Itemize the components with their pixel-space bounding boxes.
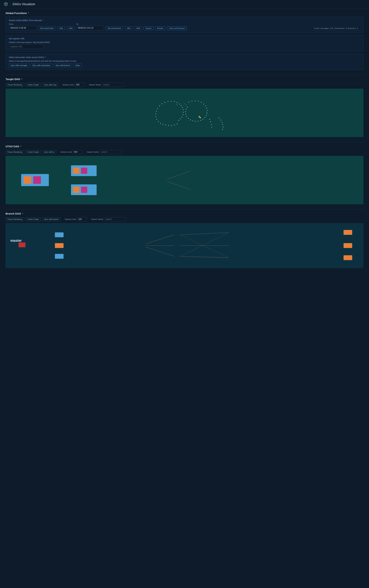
- utxo-sync-tx-btn[interactable]: Sync with tx: [42, 150, 56, 154]
- tangle-pause-rendering-btn[interactable]: Pause Rendering: [6, 83, 24, 87]
- tangle-search-vertex-label: Search Vertex: [89, 84, 101, 86]
- select-center-chevron[interactable]: ^: [45, 56, 46, 59]
- branch-node-blue-top: [55, 232, 63, 237]
- svg-point-61: [210, 121, 211, 122]
- utxo-dag-title: UTXO DAG ^: [6, 145, 363, 148]
- svg-point-69: [222, 124, 223, 125]
- svg-point-60: [209, 119, 210, 120]
- svg-point-57: [185, 111, 186, 112]
- utxo-search-input[interactable]: [100, 150, 122, 154]
- search-vertex-chevron[interactable]: ^: [43, 19, 44, 22]
- plus30-btn-2[interactable]: +30s: [134, 26, 142, 30]
- svg-line-84: [180, 235, 229, 258]
- branch-center-graph-btn[interactable]: Center Graph: [25, 217, 41, 221]
- svg-point-45: [206, 113, 207, 114]
- svg-point-13: [158, 121, 159, 122]
- svg-point-65: [200, 117, 201, 118]
- set-current-time-btn-1[interactable]: Set current time: [38, 26, 56, 30]
- tangle-sync-msg-btn[interactable]: Sync with msg: [42, 83, 58, 87]
- svg-point-56: [185, 114, 186, 115]
- svg-point-18: [168, 101, 168, 102]
- utxo-pause-rendering-btn[interactable]: Pause Rendering: [6, 150, 24, 154]
- svg-line-82: [146, 247, 174, 256]
- utxo-vertices-input[interactable]: [72, 150, 83, 154]
- sync-message-btn[interactable]: Sync with message: [9, 63, 29, 67]
- branch-search-input[interactable]: [104, 217, 126, 221]
- master-label: master: [10, 239, 22, 243]
- svg-line-6: [6, 4, 7, 5]
- svg-line-79: [180, 232, 229, 235]
- branch-dag-controls: Pause Rendering Center Graph Sync with b…: [6, 217, 363, 221]
- tangle-dag-chevron[interactable]: ^: [21, 78, 22, 80]
- branch-canvas[interactable]: master: [6, 223, 363, 268]
- branch-vertices-group: Vertices Limit: [65, 217, 87, 221]
- utxo-dag-section: UTXO DAG ^ Pause Rendering Center Graph …: [6, 145, 363, 204]
- svg-point-46: [206, 115, 207, 116]
- svg-point-35: [178, 120, 179, 121]
- svg-point-32: [183, 114, 183, 115]
- branch-sync-branch-btn[interactable]: Sync with branch: [42, 217, 61, 221]
- svg-point-44: [207, 110, 208, 111]
- svg-point-7: [159, 105, 160, 106]
- clear-resume-btn[interactable]: Clear and Resume: [167, 26, 187, 30]
- utxo-pink-sq-tr: [81, 168, 87, 174]
- svg-point-39: [198, 101, 199, 102]
- utxo-node-left: [21, 174, 49, 186]
- svg-point-52: [192, 120, 193, 121]
- svg-point-41: [203, 104, 204, 105]
- branch-dag-chevron[interactable]: ^: [22, 212, 23, 215]
- utxo-center-graph-btn[interactable]: Center Graph: [25, 150, 41, 154]
- utxo-dag-chevron[interactable]: ^: [20, 145, 21, 148]
- tangle-search-group: Search Vertex: [89, 83, 124, 87]
- svg-point-29: [182, 107, 183, 108]
- svg-point-14: [160, 123, 161, 124]
- sync-branch-btn[interactable]: Sync with branch: [54, 63, 72, 67]
- select-center-buttons: Sync with message Sync with transaction …: [9, 63, 360, 67]
- minus30-btn-1[interactable]: -30s: [57, 26, 65, 30]
- divider-1: [6, 75, 363, 75]
- svg-point-62: [211, 124, 212, 125]
- tangle-vertices-input[interactable]: [74, 83, 85, 87]
- svg-point-54: [188, 118, 189, 119]
- svg-line-5: [5, 4, 6, 5]
- tangle-search-input[interactable]: [102, 83, 124, 87]
- tangle-canvas[interactable]: [6, 89, 363, 137]
- global-functions-chevron[interactable]: ^: [28, 12, 29, 14]
- branch-pause-rendering-btn[interactable]: Pause Rendering: [6, 217, 24, 221]
- render-btn[interactable]: Render: [155, 26, 165, 30]
- utxo-orange-sq-br: [73, 187, 79, 193]
- utxo-search-vertex-label: Search Vertex: [87, 151, 99, 153]
- svg-point-50: [198, 121, 199, 122]
- sync-transaction-btn[interactable]: Sync with transaction: [31, 63, 52, 67]
- search-btn[interactable]: Search: [144, 26, 154, 30]
- to-label: To:: [76, 23, 104, 25]
- global-functions-section: Global Functions ^ Search Vertex Within …: [6, 12, 363, 70]
- svg-point-58: [186, 109, 186, 110]
- minus30-btn-2[interactable]: -30s: [125, 26, 132, 30]
- svg-point-8: [157, 108, 158, 109]
- set-current-time-btn-2[interactable]: Set current time: [106, 26, 123, 30]
- utxo-pink-sq-left: [33, 176, 41, 184]
- svg-point-26: [174, 125, 175, 126]
- branch-node-orange-right-bot: [344, 255, 352, 260]
- topbar: DAGs Visualizer: [0, 0, 369, 9]
- clear-select-btn[interactable]: Clear: [73, 63, 82, 67]
- utxo-orange-sq-left: [23, 176, 31, 184]
- select-center-panel: Select and center vertex across DAGs ^ S…: [6, 53, 363, 70]
- utxo-canvas[interactable]: [6, 156, 363, 204]
- svg-point-11: [155, 116, 156, 117]
- tangle-center-graph-btn[interactable]: Center Graph: [25, 83, 41, 87]
- tangle-dag-controls: Pause Rendering Center Graph Sync with m…: [6, 83, 363, 87]
- svg-point-48: [203, 119, 204, 120]
- tangle-svg: [6, 89, 363, 137]
- branch-vertices-input[interactable]: [77, 217, 87, 221]
- select-center-desc: Select a message/transaction/branch and …: [9, 60, 360, 62]
- svg-point-66: [219, 118, 220, 118]
- to-input[interactable]: [76, 26, 104, 30]
- explorer-url-input[interactable]: [9, 44, 43, 49]
- from-input[interactable]: [9, 26, 37, 30]
- search-vertex-panel: Search Vertex Within Time Intervals ^ Fr…: [6, 17, 363, 33]
- plus30-btn-1[interactable]: +30s: [66, 26, 74, 30]
- tangle-vertices-group: Vertices Limit: [62, 83, 85, 87]
- explorer-url-panel: Set explorer URL Default is the local ex…: [6, 35, 363, 52]
